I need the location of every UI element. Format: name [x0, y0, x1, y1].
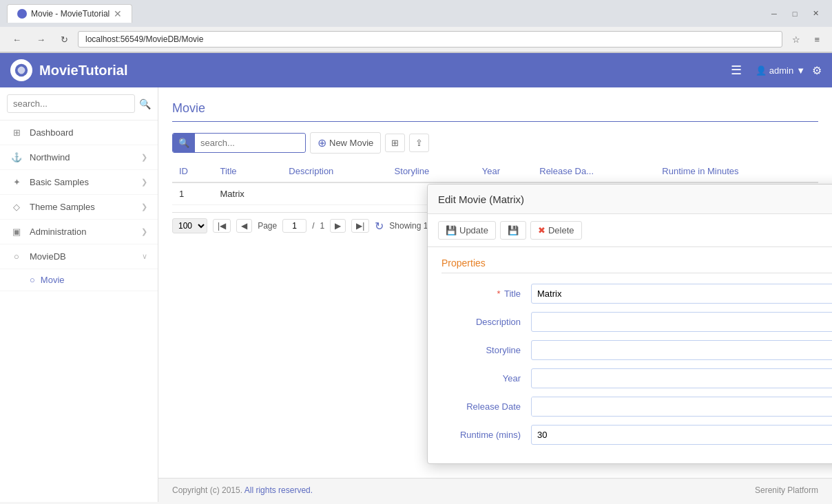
cell-title: Matrix	[213, 182, 282, 205]
forward-button[interactable]: →	[31, 32, 51, 48]
form-row-storyline: Storyline	[441, 340, 832, 360]
northwind-icon: ⚓	[10, 152, 23, 162]
platform-text: Serenity Platform	[755, 485, 818, 495]
col-header-storyline[interactable]: Storyline	[388, 160, 475, 182]
page-number-input[interactable]	[282, 219, 306, 233]
browser-chrome: Movie - MovieTutorial ✕ ─ □ ✕ ← → ↻ ☆ ≡	[0, 0, 832, 53]
browser-tab-active[interactable]: Movie - MovieTutorial ✕	[7, 4, 132, 23]
col-header-description[interactable]: Description	[282, 160, 387, 182]
form-row-title: * Title	[441, 284, 832, 304]
hamburger-button[interactable]: ☰	[731, 63, 742, 78]
share-button[interactable]: ⚙	[812, 64, 822, 77]
admin-menu-button[interactable]: 👤 admin ▼	[756, 65, 805, 76]
year-input[interactable]	[531, 368, 832, 388]
col-header-runtime[interactable]: Runtime in Minutes	[655, 160, 818, 182]
page-label: Page	[258, 221, 277, 231]
first-page-button[interactable]: |◀	[213, 219, 231, 233]
reload-button[interactable]: ↻	[55, 32, 74, 48]
sidebar-sub-item-movie[interactable]: ○ Movie	[0, 269, 158, 291]
col-header-id[interactable]: ID	[172, 160, 213, 182]
sidebar-search-input[interactable]	[7, 94, 135, 113]
modal-header: Edit Movie (Matrix) ✕	[428, 185, 832, 214]
sidebar-item-theme-samples[interactable]: ◇ Theme Samples ❯	[0, 195, 158, 220]
admin-label: admin	[769, 65, 793, 76]
footer: Copyright (c) 2015. All rights reserved.…	[158, 478, 832, 502]
total-pages: /	[312, 221, 314, 231]
sidebar-item-label: Basic Samples	[30, 177, 141, 187]
year-label: Year	[441, 373, 531, 384]
last-page-button[interactable]: ▶|	[351, 219, 369, 233]
columns-icon: ⊞	[391, 138, 399, 148]
menu-button[interactable]: ≡	[809, 32, 825, 48]
save-icon-button[interactable]: 💾	[500, 221, 526, 240]
table-header-row: ID Title Description Storyline Year Rele…	[172, 160, 818, 182]
title-input[interactable]	[531, 284, 832, 304]
theme-samples-icon: ◇	[10, 202, 23, 212]
sidebar-item-basic-samples[interactable]: ✦ Basic Samples ❯	[0, 170, 158, 195]
main-toolbar: 🔍 ⊕ New Movie ⊞ ⇪	[172, 132, 818, 154]
chevron-right-icon: ❯	[141, 227, 147, 236]
admin-icon: 👤	[756, 65, 767, 76]
rights-link[interactable]: All rights reserved.	[245, 485, 313, 495]
columns-button[interactable]: ⊞	[385, 134, 405, 152]
sidebar-item-label: Theme Samples	[30, 202, 141, 212]
app: MovieTutorial ☰ 👤 admin ▼ ⚙ 🔍 ⊞ Dashboar…	[0, 53, 832, 502]
storyline-label: Storyline	[441, 345, 531, 355]
basic-samples-icon: ✦	[10, 177, 23, 187]
sidebar-item-northwind[interactable]: ⚓ Northwind ❯	[0, 145, 158, 170]
minimize-button[interactable]: ─	[765, 7, 784, 21]
new-movie-label: New Movie	[329, 138, 373, 148]
form-row-description: Description	[441, 312, 832, 332]
address-bar[interactable]	[78, 31, 782, 48]
runtime-label: Runtime (mins)	[441, 430, 531, 440]
next-page-button[interactable]: ▶	[330, 219, 346, 233]
page-title: Movie	[172, 101, 818, 122]
app-title: MovieTutorial	[39, 63, 731, 78]
update-button[interactable]: 💾 Update	[438, 221, 496, 240]
release-date-label: Release Date	[441, 401, 531, 412]
back-button[interactable]: ←	[7, 32, 27, 48]
footer-copyright: Copyright (c) 2015. All rights reserved.	[172, 485, 313, 495]
description-input[interactable]	[531, 312, 832, 332]
sidebar-item-label: Administration	[30, 227, 141, 237]
close-button[interactable]: ✕	[806, 7, 825, 21]
sidebar-item-administration[interactable]: ▣ Administration ❯	[0, 220, 158, 244]
sidebar-item-dashboard[interactable]: ⊞ Dashboard	[0, 120, 158, 145]
header-right: 👤 admin ▼ ⚙	[756, 64, 822, 77]
delete-label: Delete	[548, 225, 574, 235]
tab-close-button[interactable]: ✕	[114, 8, 122, 19]
form-row-year: Year	[441, 368, 832, 388]
release-date-input[interactable]	[532, 397, 832, 416]
storyline-input[interactable]	[531, 340, 832, 360]
export-icon: ⇪	[415, 138, 423, 148]
release-date-wrapper: 📅	[531, 397, 832, 417]
runtime-input[interactable]	[531, 425, 832, 445]
sidebar-item-moviedb[interactable]: ○ MovieDB ∨	[0, 244, 158, 269]
floppy-icon: 💾	[508, 225, 519, 235]
browser-controls: ← → ↻ ☆ ≡	[0, 27, 832, 52]
new-movie-button[interactable]: ⊕ New Movie	[310, 132, 381, 154]
browser-tab-new[interactable]	[138, 10, 158, 17]
maximize-button[interactable]: □	[785, 7, 804, 21]
movie-sub-icon: ○	[30, 275, 35, 285]
delete-button[interactable]: ✖ Delete	[530, 221, 582, 240]
refresh-icon[interactable]: ↻	[375, 220, 384, 233]
per-page-select[interactable]: 100	[172, 218, 207, 233]
col-header-release-date[interactable]: Release Da...	[532, 160, 655, 182]
update-label: Update	[459, 225, 488, 235]
administration-icon: ▣	[10, 227, 23, 237]
col-header-title[interactable]: Title	[213, 160, 282, 182]
col-header-year[interactable]: Year	[475, 160, 532, 182]
tab-title: Movie - MovieTutorial	[31, 9, 110, 19]
prev-page-button[interactable]: ◀	[236, 219, 252, 233]
sidebar: 🔍 ⊞ Dashboard ⚓ Northwind ❯ ✦ Basic Samp…	[0, 87, 158, 502]
update-icon: 💾	[446, 225, 457, 235]
bookmark-button[interactable]: ☆	[787, 32, 806, 48]
search-bar: 🔍	[172, 133, 306, 153]
export-button[interactable]: ⇪	[409, 134, 429, 152]
app-logo	[10, 59, 32, 81]
search-input[interactable]	[195, 134, 305, 151]
form-row-runtime: Runtime (mins)	[441, 425, 832, 445]
copyright-text: Copyright (c) 2015.	[172, 485, 242, 495]
admin-dropdown-icon: ▼	[796, 65, 805, 76]
